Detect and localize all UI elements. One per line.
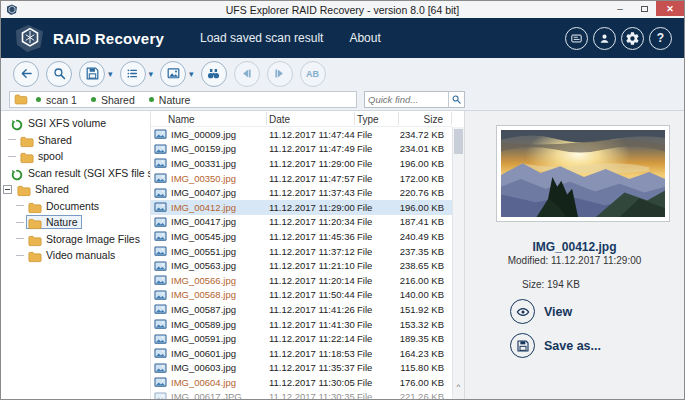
table-row[interactable]: IMG_00591.jpg11.12.2017 11:22:14File189.… bbox=[151, 331, 452, 346]
file-name: IMG_00417.jpg bbox=[171, 216, 236, 227]
file-name: IMG_00545.jpg bbox=[171, 231, 236, 242]
folder-icon bbox=[28, 233, 42, 245]
file-date-cell: 11.12.2017 11:45:36 bbox=[267, 231, 355, 242]
table-row[interactable]: IMG_00566.jpg11.12.2017 11:20:14File216.… bbox=[151, 273, 452, 288]
minimize-button[interactable]: – bbox=[608, 1, 632, 16]
toolbar-image-tools-button[interactable]: ▾ bbox=[160, 61, 194, 87]
file-name: IMG_00563.jpg bbox=[171, 260, 236, 271]
raid-recovery-logo-icon bbox=[13, 23, 47, 53]
tree-branch-line bbox=[16, 222, 24, 223]
file-type-cell: File bbox=[355, 231, 399, 242]
vertical-scrollbar[interactable]: ^ bbox=[452, 127, 464, 400]
table-row[interactable]: IMG_00568.jpg11.12.2017 11:50:44File140.… bbox=[151, 288, 452, 303]
table-row[interactable]: IMG_00617.JPG11.12.2017 11:30:35File221.… bbox=[151, 390, 452, 400]
table-row[interactable]: IMG_00331.jpg11.12.2017 11:29:00File196.… bbox=[151, 156, 452, 171]
table-row[interactable]: IMG_00412.jpg11.12.2017 11:29:00File196.… bbox=[151, 200, 452, 215]
table-row[interactable]: IMG_00587.jpg11.12.2017 11:41:26File151.… bbox=[151, 302, 452, 317]
column-header-size[interactable]: Size bbox=[399, 112, 452, 125]
scrollbar-thumb[interactable] bbox=[454, 129, 463, 154]
tree-item-wrap: Documents bbox=[26, 199, 103, 213]
arrow-left-icon bbox=[13, 61, 39, 87]
image-file-icon bbox=[154, 188, 167, 198]
tree-item-shared[interactable]: Shared bbox=[1, 132, 150, 149]
save-as-button[interactable]: Save as... bbox=[510, 333, 601, 358]
content-area: SGI XFS volumeSharedspoolScan result (SG… bbox=[1, 111, 684, 400]
column-header-type[interactable]: Type bbox=[355, 112, 399, 125]
table-row[interactable]: IMG_00601.jpg11.12.2017 11:18:53File164.… bbox=[151, 346, 452, 361]
file-name-cell: IMG_00617.JPG bbox=[151, 391, 267, 400]
file-type-cell: File bbox=[355, 143, 399, 154]
maximize-button[interactable] bbox=[632, 1, 656, 16]
file-name: IMG_00617.JPG bbox=[171, 391, 242, 400]
table-row[interactable]: IMG_00604.jpg11.12.2017 11:30:05File176.… bbox=[151, 375, 452, 390]
breadcrumb-label: scan 1 bbox=[46, 94, 77, 106]
file-size-cell: 164.23 KB bbox=[399, 348, 452, 359]
view-button[interactable]: View bbox=[510, 299, 601, 324]
table-row[interactable]: IMG_00350.jpg11.12.2017 11:47:57File172.… bbox=[151, 171, 452, 186]
tree-item-shared[interactable]: Shared bbox=[1, 181, 150, 198]
toolbar-encoding-button[interactable]: AB bbox=[300, 61, 326, 87]
toolbar-next-button[interactable] bbox=[267, 61, 293, 87]
image-file-icon bbox=[154, 129, 167, 139]
toolbar-view-options-button[interactable]: ▾ bbox=[120, 61, 154, 87]
breadcrumb-item-nature[interactable]: Nature bbox=[149, 94, 191, 106]
step-forward-icon bbox=[267, 61, 293, 87]
tree-item-spool[interactable]: spool bbox=[1, 148, 150, 165]
help-button[interactable]: ? bbox=[649, 27, 672, 50]
table-row[interactable]: IMG_00589.jpg11.12.2017 11:41:30File153.… bbox=[151, 317, 452, 332]
quick-find-search-button[interactable] bbox=[448, 92, 464, 107]
toolbar-scan-button[interactable] bbox=[46, 61, 72, 87]
tree-item-nature[interactable]: Nature bbox=[1, 214, 150, 231]
column-header-date[interactable]: Date bbox=[267, 112, 355, 125]
toolbar-find-button[interactable] bbox=[201, 61, 227, 87]
tree-item-scan-result-sgi-xfs-file-syste[interactable]: Scan result (SGI XFS file system; 3.72 G… bbox=[1, 165, 150, 182]
modified-label: Modified: bbox=[508, 255, 549, 266]
tree-item-documents[interactable]: Documents bbox=[1, 198, 150, 215]
table-row[interactable]: IMG_00009.jpg11.12.2017 11:47:44File234.… bbox=[151, 127, 452, 142]
file-size-cell: 216.00 KB bbox=[399, 275, 452, 286]
scroll-up-icon[interactable]: ^ bbox=[453, 383, 464, 391]
file-name: IMG_00589.jpg bbox=[171, 319, 236, 330]
file-name-cell: IMG_00407.jpg bbox=[151, 187, 267, 198]
close-icon: ✕ bbox=[666, 4, 674, 14]
table-row[interactable]: IMG_00159.jpg11.12.2017 11:47:49File234.… bbox=[151, 142, 452, 157]
image-file-icon bbox=[154, 261, 167, 271]
table-row[interactable]: IMG_00603.jpg11.12.2017 11:35:37File115.… bbox=[151, 361, 452, 376]
menu-item-load-saved-scan-result[interactable]: Load saved scan result bbox=[200, 31, 323, 45]
column-header-name[interactable]: Name bbox=[151, 112, 267, 125]
toolbar-previous-button[interactable] bbox=[234, 61, 260, 87]
settings-button[interactable] bbox=[621, 27, 644, 50]
file-size-cell: 234.01 KB bbox=[399, 143, 452, 154]
tree-item-video-manuals[interactable]: Video manuals bbox=[1, 247, 150, 264]
quick-find-input[interactable] bbox=[365, 92, 448, 107]
image-icon bbox=[160, 61, 186, 87]
title-bar: UFS Explorer RAID Recovery - version 8.0… bbox=[1, 1, 684, 18]
table-row[interactable]: IMG_00417.jpg11.12.2017 11:20:34File187.… bbox=[151, 215, 452, 230]
dropdown-arrow-icon[interactable]: ▾ bbox=[149, 69, 154, 79]
file-type-cell: File bbox=[355, 319, 399, 330]
collapse-expander-icon[interactable] bbox=[3, 185, 12, 194]
menu-item-about[interactable]: About bbox=[349, 31, 380, 45]
tree-item-storage-image-files[interactable]: Storage Image Files bbox=[1, 231, 150, 248]
breadcrumb-item-shared[interactable]: Shared bbox=[91, 94, 135, 106]
dropdown-arrow-icon[interactable]: ▾ bbox=[189, 69, 194, 79]
file-name: IMG_00407.jpg bbox=[171, 187, 236, 198]
dropdown-arrow-icon[interactable]: ▾ bbox=[108, 69, 113, 79]
folder-icon bbox=[28, 216, 42, 228]
toolbar-save-button[interactable]: ▾ bbox=[79, 61, 113, 87]
table-row[interactable]: IMG_00545.jpg11.12.2017 11:45:36File240.… bbox=[151, 229, 452, 244]
file-name: IMG_00551.jpg bbox=[171, 246, 236, 257]
green-dot-icon bbox=[149, 97, 154, 102]
breadcrumb-item-scan-1[interactable]: scan 1 bbox=[36, 94, 77, 106]
account-button[interactable] bbox=[593, 27, 616, 50]
gear-icon bbox=[625, 31, 640, 46]
file-type-cell: File bbox=[355, 377, 399, 388]
tree-item-sgi-xfs-volume[interactable]: SGI XFS volume bbox=[1, 115, 150, 132]
toolbar-back-button[interactable] bbox=[13, 61, 39, 87]
news-button[interactable] bbox=[565, 27, 588, 50]
file-size-cell: 151.92 KB bbox=[399, 304, 452, 315]
table-row[interactable]: IMG_00551.jpg11.12.2017 11:37:12File237.… bbox=[151, 244, 452, 259]
close-button[interactable]: ✕ bbox=[656, 1, 684, 16]
table-row[interactable]: IMG_00407.jpg11.12.2017 11:37:43File220.… bbox=[151, 185, 452, 200]
table-row[interactable]: IMG_00563.jpg11.12.2017 11:21:10File238.… bbox=[151, 258, 452, 273]
